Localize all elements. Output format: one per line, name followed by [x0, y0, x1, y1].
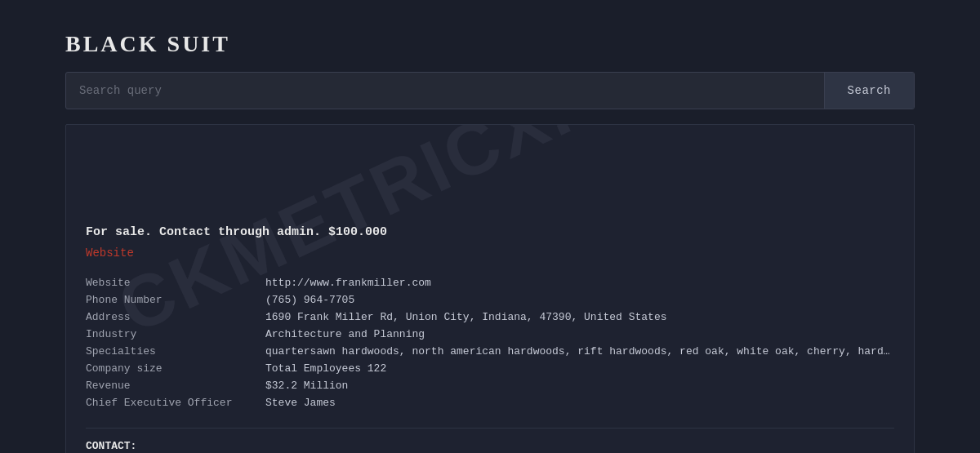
logo-area: BLACK SUIT	[65, 16, 915, 72]
search-button[interactable]: Search	[824, 73, 914, 109]
search-input[interactable]	[66, 73, 824, 109]
page-wrapper: BLACK SUIT Search CKMETRICX.COM For sale…	[0, 0, 980, 453]
field-label: Address	[86, 309, 265, 326]
field-label: Revenue	[86, 377, 265, 394]
table-row: Chief Executive OfficerSteve James	[86, 394, 894, 411]
field-value: Steve James	[265, 394, 894, 411]
field-value: http://www.frankmiller.com	[265, 274, 894, 291]
field-value: $32.2 Million	[265, 377, 894, 394]
info-table: Websitehttp://www.frankmiller.comPhone N…	[86, 274, 894, 411]
field-label: Specialties	[86, 343, 265, 360]
table-row: Revenue$32.2 Million	[86, 377, 894, 394]
field-label: Industry	[86, 326, 265, 343]
search-bar: Search	[65, 72, 915, 109]
table-row: IndustryArchitecture and Planning	[86, 326, 894, 343]
table-row: Phone Number(765) 964-7705	[86, 291, 894, 309]
field-value: 1690 Frank Miller Rd, Union City, Indian…	[265, 309, 894, 326]
table-row: Address1690 Frank Miller Rd, Union City,…	[86, 309, 894, 326]
field-label: Website	[86, 274, 265, 291]
table-row: Specialtiesquartersawn hardwoods, north …	[86, 343, 894, 360]
divider	[86, 428, 894, 429]
field-label: Phone Number	[86, 291, 265, 309]
table-row: Websitehttp://www.frankmiller.com	[86, 274, 894, 291]
logo: BLACK SUIT	[65, 31, 230, 56]
field-value: quartersawn hardwoods, north american ha…	[265, 343, 894, 360]
field-value: Total Employees 122	[265, 360, 894, 377]
field-value: Architecture and Planning	[265, 326, 894, 343]
field-value: (765) 964-7705	[265, 291, 894, 309]
contacts-section: CONTACT: Steve James – 765-546-0277 (Pre…	[86, 440, 894, 453]
field-label: Company size	[86, 360, 265, 377]
table-row: Company sizeTotal Employees 122	[86, 360, 894, 377]
result-card: CKMETRICX.COM For sale. Contact through …	[65, 124, 915, 453]
sale-notice: For sale. Contact through admin. $100.00…	[86, 225, 894, 239]
field-label: Chief Executive Officer	[86, 394, 265, 411]
website-link[interactable]: Website	[86, 246, 134, 260]
contacts-header: CONTACT:	[86, 440, 894, 452]
